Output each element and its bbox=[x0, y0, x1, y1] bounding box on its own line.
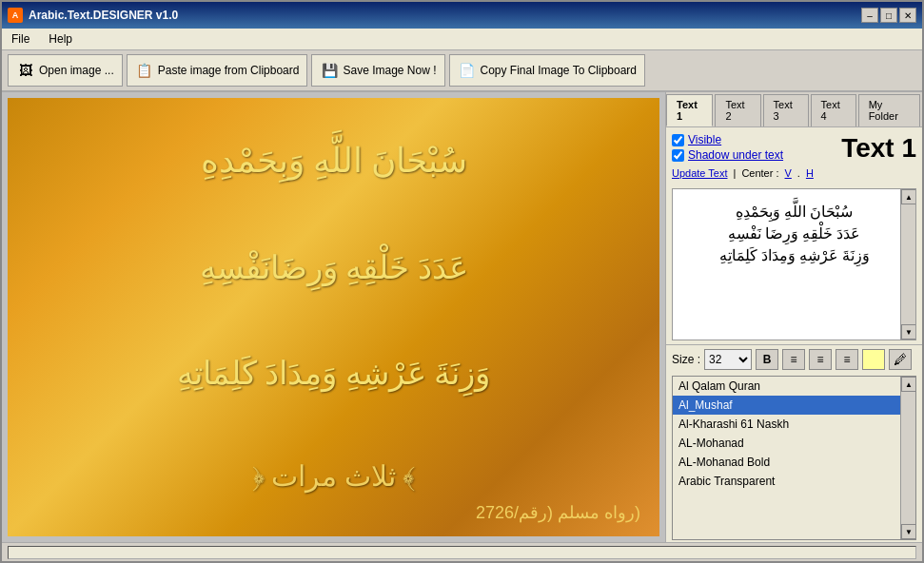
title-bar-left: A Arabic.Text.DESIGNER v1.0 bbox=[8, 8, 178, 23]
align-left-button[interactable]: ≡ bbox=[782, 349, 805, 370]
image-area: سُبْحَانَ اللَّهِ وَبِحَمْدِهِ عَدَدَ خَ… bbox=[2, 92, 665, 542]
minimize-button[interactable]: – bbox=[861, 8, 878, 23]
update-text-link[interactable]: Update Text bbox=[672, 167, 728, 179]
center-h-link[interactable]: H bbox=[806, 167, 814, 179]
arabic-reference: (رواه مسلم (رقم/2726 bbox=[476, 502, 640, 523]
copy-final-button[interactable]: 📄 Copy Final Image To Clipboard bbox=[449, 54, 646, 87]
main-window: A Arabic.Text.DESIGNER v1.0 – □ ✕ File H… bbox=[0, 0, 924, 563]
title-controls: – □ ✕ bbox=[861, 8, 916, 23]
size-select[interactable]: 32 8 10 12 14 16 18 20 24 28 36 48 72 bbox=[704, 349, 752, 370]
visible-row: Visible bbox=[672, 133, 841, 146]
update-row: Update Text | Center : V . H bbox=[672, 167, 916, 179]
scroll-down-arrow[interactable]: ▼ bbox=[901, 324, 916, 340]
arabic-line-2: عَدَدَ خَلْقِهِ وَرِضَانَفْسِهِ bbox=[200, 248, 468, 286]
menu-help[interactable]: Help bbox=[43, 30, 78, 48]
open-image-button[interactable]: 🖼 Open image ... bbox=[8, 54, 123, 87]
save-icon: 💾 bbox=[320, 61, 339, 80]
font-list-scrollbar[interactable]: ▲ ▼ bbox=[900, 377, 915, 539]
menu-bar: File Help bbox=[2, 29, 922, 50]
menu-file[interactable]: File bbox=[6, 30, 35, 48]
align-right-button[interactable]: ≡ bbox=[836, 349, 858, 370]
status-panel bbox=[8, 546, 916, 559]
font-item[interactable]: Al Qalam Quran bbox=[673, 377, 915, 396]
paste-icon: 📋 bbox=[135, 61, 154, 80]
save-label: Save Image Now ! bbox=[343, 64, 436, 77]
maximize-button[interactable]: □ bbox=[880, 8, 897, 23]
center-sep: . bbox=[797, 167, 800, 179]
bold-button[interactable]: B bbox=[756, 349, 778, 370]
title-bar: A Arabic.Text.DESIGNER v1.0 – □ ✕ bbox=[2, 2, 922, 29]
tab-text3[interactable]: Text 3 bbox=[763, 94, 809, 126]
center-label: Center : bbox=[741, 167, 778, 179]
open-icon: 🖼 bbox=[16, 61, 35, 80]
font-item[interactable]: Al-Kharashi 61 Naskh bbox=[673, 415, 915, 434]
shadow-label[interactable]: Shadow under text bbox=[688, 148, 783, 162]
align-center-button[interactable]: ≡ bbox=[809, 349, 832, 370]
right-panel: Text 1 Text 2 Text 3 Text 4 My Folder Vi… bbox=[665, 92, 922, 542]
open-label: Open image ... bbox=[39, 64, 114, 77]
paste-image-button[interactable]: 📋 Paste image from Clipboard bbox=[127, 54, 308, 87]
shadow-checkbox[interactable] bbox=[672, 149, 684, 162]
toolbar: 🖼 Open image ... 📋 Paste image from Clip… bbox=[2, 50, 922, 92]
font-item[interactable]: Arabic Transparent bbox=[673, 472, 915, 491]
font-item[interactable]: AL-Mohanad bbox=[673, 434, 915, 453]
text1-preview: Text 1 bbox=[841, 133, 916, 164]
tabs: Text 1 Text 2 Text 3 Text 4 My Folder bbox=[666, 92, 922, 127]
eyedropper-button[interactable]: 🖉 bbox=[889, 349, 912, 370]
font-scroll-up[interactable]: ▲ bbox=[901, 377, 916, 392]
preview-line-1: سُبْحَانَ اللَّهِ وَبِحَمْدِهِ bbox=[682, 203, 906, 221]
size-label: Size : bbox=[672, 353, 700, 366]
window-title: Arabic.Text.DESIGNER v1.0 bbox=[29, 9, 178, 22]
paste-label: Paste image from Clipboard bbox=[158, 64, 300, 77]
font-scroll-down[interactable]: ▼ bbox=[901, 524, 916, 539]
font-item[interactable]: AL-Mohanad Bold bbox=[673, 453, 915, 472]
preview-line-3: وَزِنَةَ عَرْشِهِ وَمِدَادَ كَلِمَاتِهِ bbox=[682, 246, 906, 264]
scroll-up-arrow[interactable]: ▲ bbox=[901, 189, 916, 204]
center-v-link[interactable]: V bbox=[785, 167, 792, 179]
copy-label: Copy Final Image To Clipboard bbox=[481, 64, 638, 77]
separator: | bbox=[734, 167, 737, 179]
preview-box: سُبْحَانَ اللَّهِ وَبِحَمْدِهِ عَدَدَ خَ… bbox=[672, 188, 916, 340]
preview-content: سُبْحَانَ اللَّهِ وَبِحَمْدِهِ عَدَدَ خَ… bbox=[673, 189, 915, 278]
close-button[interactable]: ✕ bbox=[899, 8, 916, 23]
tab-text2[interactable]: Text 2 bbox=[715, 94, 760, 126]
visible-label[interactable]: Visible bbox=[688, 133, 721, 146]
main-content: سُبْحَانَ اللَّهِ وَبِحَمْدِهِ عَدَدَ خَ… bbox=[2, 92, 922, 542]
status-bar bbox=[2, 542, 922, 561]
arabic-line-3: وَزِنَةَ عَرْشِهِ وَمِدَادَ كَلِمَاتِهِ bbox=[177, 354, 491, 392]
image-canvas: سُبْحَانَ اللَّهِ وَبِحَمْدِهِ عَدَدَ خَ… bbox=[8, 98, 659, 536]
shadow-row: Shadow under text bbox=[672, 148, 841, 162]
copy-icon: 📄 bbox=[458, 61, 477, 80]
font-scroll-track[interactable] bbox=[901, 392, 915, 524]
font-list-container: Al Qalam Quran Al_Mushaf Al-Kharashi 61 … bbox=[672, 376, 916, 540]
tab-myfolder[interactable]: My Folder bbox=[858, 94, 920, 126]
color-picker-swatch[interactable] bbox=[862, 349, 885, 370]
save-image-button[interactable]: 💾 Save Image Now ! bbox=[311, 54, 444, 87]
arabic-line-4: ﴾ ثلاث مرات ﴿ bbox=[252, 459, 416, 494]
size-row: Size : 32 8 10 12 14 16 18 20 24 28 36 4… bbox=[666, 344, 922, 374]
arabic-line-1: سُبْحَانَ اللَّهِ وَبِحَمْدِهِ bbox=[201, 141, 467, 181]
preview-scrollbar[interactable]: ▲ ▼ bbox=[900, 189, 915, 340]
tab-text1[interactable]: Text 1 bbox=[666, 94, 713, 126]
text-settings: Visible Shadow under text Text 1 Update … bbox=[666, 127, 922, 184]
font-list: Al Qalam Quran Al_Mushaf Al-Kharashi 61 … bbox=[673, 377, 915, 539]
scroll-track[interactable] bbox=[901, 204, 915, 324]
visible-shadow-area: Visible Shadow under text bbox=[672, 133, 841, 162]
visible-checkbox[interactable] bbox=[672, 134, 684, 146]
tab-text4[interactable]: Text 4 bbox=[811, 94, 856, 126]
preview-line-2: عَدَدَ خَلْقِهِ وَرِضَا نَفْسِهِ bbox=[682, 224, 906, 243]
app-icon: A bbox=[8, 8, 23, 23]
font-item-selected[interactable]: Al_Mushaf bbox=[673, 396, 915, 415]
